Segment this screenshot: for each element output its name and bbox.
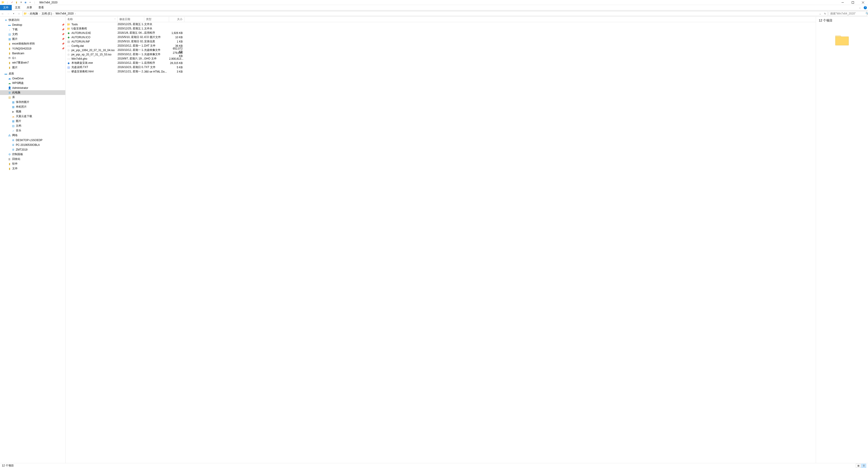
help-button[interactable]: ? — [863, 5, 868, 10]
file-date: 2016/10/23, 星期日 0... — [118, 65, 144, 69]
file-date: 2020/10/12, 星期一 1... — [118, 44, 144, 48]
crumb-sep[interactable]: › — [74, 12, 76, 15]
file-name: 本地硬盘安装.exe — [71, 61, 118, 65]
nav-desktop-root[interactable]: ▬ 桌面 — [0, 71, 65, 76]
nav-tianyi[interactable]: ☁ 天翼云盘下载 — [0, 114, 65, 119]
nav-saved-pictures[interactable]: ▦ 保存的图片 — [0, 100, 65, 104]
folder-icon: 📁 — [1, 0, 5, 4]
nav-pictures2[interactable]: ▮ 图片 — [0, 65, 65, 70]
nav-camera-roll[interactable]: ▦ 本机照片 — [0, 104, 65, 109]
nav-pc3[interactable]: 🖥 ZMT2019 — [0, 147, 65, 152]
refresh-button[interactable]: ↻ — [823, 11, 828, 16]
file-type: 应用程序 — [144, 31, 169, 35]
file-row[interactable]: ▤AUTORUN.INF2015/5/10, 星期日 02...安装信息1 KB — [66, 39, 816, 44]
file-row[interactable]: ◆AUTORUN.EXE2016/1/8, 星期五 04:...应用程序1,92… — [66, 31, 816, 35]
nav-controlpanel[interactable]: ⚙ 控制面板 — [0, 152, 65, 157]
column-name[interactable]: 名称 ⌃ — [66, 17, 118, 22]
status-text: 12 个项目 — [2, 464, 14, 468]
nav-admin[interactable]: 👤 Administrator — [0, 86, 65, 90]
nav-files-folder[interactable]: ▮ 文件 — [0, 166, 65, 171]
ribbon-tab-view[interactable]: 查看 — [35, 5, 47, 10]
column-date[interactable]: 修改日期 — [118, 17, 144, 22]
file-name: Config.dat — [71, 44, 118, 48]
file-name: Tools — [71, 23, 118, 26]
nav-downloads[interactable]: ↓ 下载 📌 — [0, 27, 65, 32]
nav-documents[interactable]: ▤ 文档 📌 — [0, 32, 65, 37]
crumb-sep[interactable]: › — [53, 12, 55, 15]
maximize-button[interactable] — [848, 0, 858, 5]
nav-gdrive[interactable]: ⛃ G:\ — [0, 56, 65, 60]
file-type: 安装信息 — [144, 39, 169, 43]
nav-pc1[interactable]: 🖥 DESKTOP-LSSOEDP — [0, 138, 65, 143]
minimize-button[interactable] — [837, 0, 848, 5]
crumb-thispc[interactable]: 此电脑 — [29, 12, 39, 15]
crumb-sep[interactable]: › — [39, 12, 40, 15]
nav-win7re[interactable]: ▮ win7重装win7 — [0, 60, 65, 65]
ribbon-collapse-button[interactable]: ⌄ — [857, 5, 863, 10]
view-large-icons-button[interactable]: ▦ — [856, 464, 861, 468]
file-row[interactable]: ▭硬盘安装教程.html2016/11/21, 星期一 2...360 se H… — [66, 69, 816, 74]
navigation-pane[interactable]: ★ 快速访问 ▬ Desktop 📌 ↓ 下载 📌 ▤ 文档 📌 ▦ 图片 📌 … — [0, 17, 66, 463]
nav-libraries[interactable]: ▥ 库 — [0, 95, 65, 100]
nav-quick-access[interactable]: ★ 快速访问 — [0, 18, 65, 22]
ribbon-tab-share[interactable]: 共享 — [24, 5, 35, 10]
nav-wps[interactable]: ☁ WPS网盘 — [0, 81, 65, 86]
up-button[interactable]: ↑ — [16, 10, 22, 17]
cloud-icon: ☁ — [11, 115, 15, 118]
nav-videos[interactable]: ▶ 视频 — [0, 109, 65, 114]
file-row[interactable]: 📁U盘安装教程2020/12/25, 星期五 1...文件夹 — [66, 27, 816, 31]
file-row[interactable]: ▭Win7x64.gho2019/9/7, 星期六 19:...GHO 文件2,… — [66, 57, 816, 61]
file-list[interactable]: 📁Tools2020/12/25, 星期五 1...文件夹📁U盘安装教程2020… — [66, 22, 816, 74]
search-input[interactable] — [829, 12, 866, 15]
nav-pictures[interactable]: ▦ 图片 📌 — [0, 37, 65, 41]
recent-locations-button[interactable]: ▾ — [11, 10, 16, 17]
nav-pc2[interactable]: 🖥 PC-20190530OBLA — [0, 143, 65, 147]
desktop-icon: ▬ — [4, 72, 8, 75]
file-row[interactable]: ◆本地硬盘安装.exe2020/10/12, 星期一 1...应用程序28,31… — [66, 61, 816, 65]
crumb-drive[interactable]: 文档 (E:) — [41, 12, 53, 15]
nav-desktop[interactable]: ▬ Desktop 📌 — [0, 22, 65, 27]
crumb-folder[interactable]: Win7x64_2020 — [55, 12, 74, 15]
nav-bandicam[interactable]: ▮ Bandicam — [0, 51, 65, 56]
nav-onedrive[interactable]: ☁ OneDrive — [0, 76, 65, 81]
close-button[interactable] — [858, 0, 868, 5]
address-bar[interactable]: 📁 › 此电脑 › 文档 (E:) › Win7x64_2020 › ⌄ ↻ — [23, 11, 828, 16]
folder-small-icon: ▮ — [14, 0, 19, 4]
file-row[interactable]: ◆AUTORUN.ICO2015/5/10, 星期日 02...ICO 图片文件… — [66, 35, 816, 39]
forward-button[interactable]: → — [5, 10, 11, 17]
nav-yunqishi[interactable]: ▮ YUNQISHI2019 📌 — [0, 46, 65, 51]
qat-separator-2: | — [33, 0, 37, 4]
column-type[interactable]: 类型 — [144, 17, 169, 22]
file-icon: ◎ — [66, 53, 71, 56]
nav-pictures3[interactable]: ▦ 图片 — [0, 119, 65, 123]
back-button[interactable]: ← — [0, 10, 5, 17]
window-title: Win7x64_2020 — [37, 1, 57, 4]
nav-music[interactable]: ♪ 音乐 — [0, 128, 65, 133]
file-type: 光盘映像文件 — [144, 48, 169, 52]
ribbon-tab-file[interactable]: 文件 — [0, 5, 12, 10]
network-icon[interactable]: ◉ — [24, 0, 28, 4]
search-box[interactable]: 🔍 — [829, 11, 867, 16]
pin-icon: 📌 — [62, 42, 64, 45]
file-row[interactable]: ◎pe_yqs_xp_20_07_31_15_53.iso2020/10/12,… — [66, 52, 816, 57]
star-icon: ★ — [4, 18, 8, 22]
nav-thispc[interactable]: 🖥 此电脑 — [0, 90, 65, 95]
qat-dropdown[interactable]: ▾ — [28, 0, 32, 4]
nav-documents2[interactable]: ▤ 文档 — [0, 123, 65, 128]
column-size[interactable]: 大小 — [169, 17, 184, 22]
nav-recycle[interactable]: 🗑 回收站 — [0, 157, 65, 161]
file-row[interactable]: ▤光盘说明.TXT2016/10/23, 星期日 0...TXT 文件5 KB — [66, 65, 816, 69]
pc-icon: 🖥 — [11, 148, 15, 152]
crumb-sep[interactable]: › — [27, 12, 29, 15]
delete-icon[interactable]: ✕ — [19, 0, 23, 4]
pin-icon[interactable]: ✓ — [10, 0, 14, 4]
nav-excel[interactable]: ▮ excel表格制作求和 📌 — [0, 41, 65, 46]
ribbon-tab-home[interactable]: 主页 — [12, 5, 24, 10]
address-dropdown-button[interactable]: ⌄ — [817, 11, 823, 16]
search-icon[interactable]: 🔍 — [866, 12, 868, 15]
pc-icon: 🖥 — [11, 143, 15, 147]
nav-software[interactable]: ▮ 软件 — [0, 161, 65, 166]
nav-network[interactable]: 🖧 网络 — [0, 133, 65, 138]
file-row[interactable]: 📁Tools2020/12/25, 星期五 1...文件夹 — [66, 22, 816, 27]
view-details-button[interactable]: ☰ — [861, 464, 866, 468]
